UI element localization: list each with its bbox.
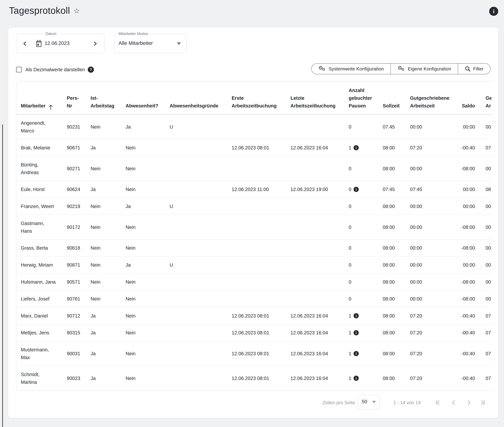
info-icon[interactable]: i [354,330,359,335]
table-row: Angenendt, Marco90231NeinJaU007:4500:000… [16,114,491,139]
cell-abw: Nein [121,156,165,181]
cell-gut: 00:00 [406,215,450,239]
cell-soll: 08:00 [378,307,406,324]
decimal-checkbox-label: Als Dezimalwerte darstellen [25,67,85,72]
first-page-icon[interactable] [435,399,442,406]
cell-abw: Nein [121,181,165,198]
cell-letzte [286,156,344,181]
column-header-gut[interactable]: Gutgeschriebene Arbeitszeit [406,81,450,114]
filter-button[interactable]: Filter [458,64,490,74]
column-header-soll[interactable]: Sollzeit [378,81,406,114]
cell-soll: 08:00 [378,257,406,274]
cell-erste: 12.06.2023 08:01 [227,341,286,366]
info-icon[interactable]: i [354,376,359,381]
cell-pers: 90618 [62,239,86,257]
cell-gruende [165,181,227,198]
cell-cut: 07 [475,341,491,366]
table-row: Brak, Melanie90671JaNein12.06.2023 08:01… [16,139,491,156]
column-header-pers[interactable]: Pers- Nr [62,81,86,114]
date-value[interactable]: 12.06.2023 [45,40,69,46]
cell-erste: 12.06.2023 08:01 [227,366,286,390]
previous-day-button[interactable] [22,41,28,46]
cell-cut: 07 [475,366,491,390]
pagination-range: 1 - 14 von 14 [393,400,421,405]
employee-mode-select[interactable]: Mitarbeiter Modus Alle Mitarbeiter [114,34,187,53]
decimal-option-row: Als Dezimalwerte darstellen ? [16,67,94,73]
column-header-abw[interactable]: Abwesenheit? [121,81,165,114]
column-header-letzte[interactable]: Letzte Arbeitszeitbuchung [286,81,344,114]
cell-letzte [286,257,344,274]
system-config-button[interactable]: ⚙⚙ Systemweite Konfiguration [312,64,391,74]
cell-gruende [165,215,227,239]
cell-cut: 00 [475,215,491,239]
cell-gruende [165,239,227,257]
cell-name: Eule, Horst [16,181,62,198]
own-config-button[interactable]: ⚙⚙ Eigene Konfiguration [391,64,458,74]
column-header-cut[interactable]: Ge Ar [475,81,491,114]
cell-cut: 07 [475,324,491,341]
cell-abw: Nein [121,139,165,156]
cell-pers: 90712 [62,307,86,324]
cell-abw: Nein [121,366,165,390]
cell-cut: 00 [475,273,491,290]
last-page-icon[interactable] [479,399,486,406]
cell-erste: 12.06.2023 08:01 [227,324,286,341]
cell-letzte [286,273,344,290]
column-header-name[interactable]: Mitarbeiter [16,81,62,114]
cell-pausen: 0 [344,273,378,290]
table-row: Marx, Daniel90712JaNein12.06.2023 08:011… [16,307,491,324]
info-icon[interactable]: i [354,351,359,356]
cell-abw: Nein [121,215,165,239]
pausen-count: 0 [349,123,351,131]
next-page-icon[interactable] [466,399,473,406]
column-header-gruende[interactable]: Abwesenheitsgründe [165,81,227,114]
help-icon[interactable]: ? [88,67,94,73]
next-day-button[interactable] [92,41,98,46]
column-header-ist[interactable]: Ist- Arbeitstag [86,81,121,114]
column-header-pausen[interactable]: Anzahl gebuchter Pausen [344,81,378,114]
cell-soll: 08:00 [378,273,406,290]
filter-label: Filter [473,66,483,71]
column-header-saldo[interactable]: Saldo [450,81,475,114]
info-icon[interactable]: i [354,145,359,150]
own-config-label: Eigene Konfiguration [408,66,451,71]
cell-gruende [165,341,227,366]
cell-abw: Nein [121,307,165,324]
column-header-erste[interactable]: Erste Arbeitszeitbuchung [227,81,286,114]
cell-saldo: -00:40 [450,324,475,341]
cell-name: Grass, Berta [16,239,62,257]
cell-pausen: 1i [344,324,378,341]
cell-ist: Nein [86,198,121,215]
cell-erste [227,215,286,239]
cell-pers: 90023 [62,366,86,390]
cell-name: Mustermann, Max [16,341,62,366]
pausen-count: 1 [349,374,351,382]
sort-ascending-icon [48,104,53,110]
decimal-checkbox[interactable] [16,67,22,72]
cell-ist: Nein [86,257,121,274]
cell-name: Marx, Daniel [16,307,62,324]
cell-pers: 90871 [62,257,86,274]
page-info-icon[interactable]: i [489,7,498,16]
content-card: Datum 12.06.2023 Mitarbeiter Modus Alle … [8,28,498,418]
pausen-count: 1 [349,329,351,336]
cell-pers: 90671 [62,139,86,156]
cell-abw: Nein [121,290,165,307]
cell-soll: 08:00 [378,215,406,239]
cell-pers: 90031 [62,341,86,366]
previous-page-icon[interactable] [450,399,457,406]
info-icon[interactable]: i [354,187,359,192]
daily-log-table-container[interactable]: MitarbeiterPers- NrIst- ArbeitstagAbwese… [16,81,491,391]
favorite-star-icon[interactable]: ☆ [74,7,80,15]
info-icon[interactable]: i [354,313,359,318]
cell-gut: 00:00 [406,290,450,307]
rows-per-page-select[interactable]: 50 [357,395,380,409]
table-header-row: MitarbeiterPers- NrIst- ArbeitstagAbwese… [16,81,491,114]
cell-gruende [165,273,227,290]
cell-ist: Nein [86,215,121,239]
cell-erste [227,257,286,274]
table-row: Bünting, Andreas90271NeinNein008:0000:00… [16,156,491,181]
pausen-count: 0 [349,295,351,303]
cell-abw: Nein [121,341,165,366]
cell-ist: Nein [86,114,121,139]
